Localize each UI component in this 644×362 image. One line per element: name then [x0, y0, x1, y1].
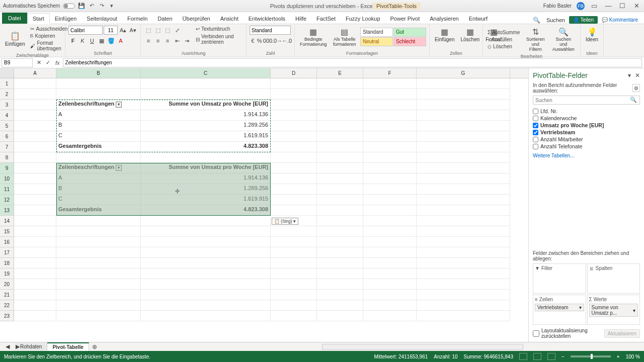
- align-right-icon[interactable]: ≡: [163, 36, 172, 45]
- cell[interactable]: B: [56, 184, 141, 195]
- indent-dec-icon[interactable]: ⇤: [173, 36, 182, 45]
- cell[interactable]: [363, 247, 417, 258]
- pivot-filter-icon[interactable]: ▾: [116, 165, 122, 171]
- fill-button[interactable]: ↓ Ausfüllen: [486, 36, 521, 43]
- cell[interactable]: [14, 237, 56, 247]
- cell[interactable]: [363, 216, 417, 226]
- row-header[interactable]: 3: [0, 100, 14, 110]
- cell[interactable]: [14, 279, 56, 290]
- insert-cells-button[interactable]: ▦Einfügen: [433, 26, 456, 43]
- align-middle-icon[interactable]: ⬚: [153, 26, 163, 35]
- row-header[interactable]: 23: [0, 311, 14, 321]
- cell[interactable]: [317, 268, 363, 279]
- underline-icon[interactable]: U: [88, 36, 97, 45]
- cell[interactable]: [417, 89, 510, 100]
- cell[interactable]: [417, 163, 510, 173]
- cell[interactable]: [14, 226, 56, 237]
- italic-icon[interactable]: K: [78, 36, 87, 45]
- row-header[interactable]: 9: [0, 163, 14, 173]
- align-center-icon[interactable]: ≡: [153, 36, 163, 45]
- tab-data[interactable]: Daten: [152, 14, 177, 24]
- cell[interactable]: [271, 142, 317, 152]
- wrap-text-button[interactable]: ↩ Textumbruch: [194, 26, 243, 32]
- cell[interactable]: [271, 226, 317, 237]
- cell[interactable]: [417, 184, 510, 195]
- cell[interactable]: [317, 205, 363, 216]
- orientation-icon[interactable]: ⤢: [173, 26, 182, 35]
- row-header[interactable]: 12: [0, 195, 14, 205]
- cell[interactable]: Zeilenbeschriftungen▾: [56, 163, 141, 173]
- cell[interactable]: [14, 121, 56, 131]
- cell[interactable]: [317, 247, 363, 258]
- cell[interactable]: [317, 258, 363, 268]
- share-button[interactable]: 👤 Teilen: [569, 16, 598, 24]
- cell[interactable]: [56, 152, 141, 163]
- fill-color-icon[interactable]: 🪣: [107, 36, 116, 45]
- find-select-button[interactable]: 🔍Suchen und Auswählen: [550, 26, 577, 53]
- cell[interactable]: [14, 247, 56, 258]
- search-icon[interactable]: 🔍: [533, 17, 540, 24]
- field-search-input[interactable]: [533, 96, 640, 105]
- comments-button[interactable]: 💬 Kommentare: [602, 17, 638, 23]
- row-header[interactable]: 4: [0, 110, 14, 121]
- user-name[interactable]: Fabio Basler: [543, 3, 572, 9]
- cell[interactable]: [363, 163, 417, 173]
- cell[interactable]: [14, 268, 56, 279]
- field-checkbox[interactable]: [533, 123, 538, 128]
- format-painter-button[interactable]: 🖌 Format übertragen: [29, 40, 69, 52]
- cell[interactable]: [363, 184, 417, 195]
- cell[interactable]: 1.289.256: [141, 184, 271, 195]
- cell[interactable]: [14, 110, 56, 121]
- cell[interactable]: [317, 121, 363, 131]
- cell[interactable]: [14, 311, 56, 321]
- cell[interactable]: [56, 247, 141, 258]
- cell[interactable]: [317, 237, 363, 247]
- col-header-g[interactable]: G: [417, 68, 510, 78]
- cell[interactable]: [14, 131, 56, 142]
- cell[interactable]: [363, 173, 417, 184]
- cell[interactable]: [271, 78, 317, 89]
- autosum-button[interactable]: Σ AutoSumme: [486, 29, 521, 36]
- tab-view[interactable]: Ansicht: [215, 14, 244, 24]
- row-field-pill[interactable]: Vertriebsteam▾: [535, 304, 584, 311]
- cell[interactable]: [14, 205, 56, 216]
- cell[interactable]: [271, 290, 317, 300]
- cell[interactable]: [14, 216, 56, 226]
- cell[interactable]: [141, 89, 271, 100]
- paste-options-tag[interactable]: 📋 (Strg) ▾: [272, 218, 298, 225]
- row-header[interactable]: 19: [0, 268, 14, 279]
- field-item[interactable]: Lfd. Nr.: [533, 108, 640, 115]
- cell[interactable]: [417, 152, 510, 163]
- cell[interactable]: [271, 184, 317, 195]
- font-name-input[interactable]: [68, 26, 103, 35]
- row-header[interactable]: 5: [0, 121, 14, 131]
- cell[interactable]: [271, 279, 317, 290]
- fx-icon[interactable]: fx: [52, 60, 63, 66]
- cell[interactable]: [363, 110, 417, 121]
- field-item[interactable]: Anzahl Telefonate: [533, 143, 640, 150]
- field-item[interactable]: Kalenderwoche: [533, 115, 640, 122]
- cancel-formula-icon[interactable]: ✕: [34, 58, 43, 67]
- cell[interactable]: [417, 142, 510, 152]
- cell[interactable]: 1.914.136: [141, 110, 271, 121]
- cell[interactable]: [56, 268, 141, 279]
- cell[interactable]: [14, 100, 56, 110]
- cell[interactable]: [417, 247, 510, 258]
- row-header[interactable]: 22: [0, 300, 14, 311]
- dec-decimal-icon[interactable]: ←.0: [282, 36, 291, 45]
- cell[interactable]: [141, 258, 271, 268]
- cell[interactable]: [14, 78, 56, 89]
- row-header[interactable]: 15: [0, 226, 14, 237]
- cell[interactable]: B: [56, 121, 141, 131]
- copy-button[interactable]: ⎘ Kopieren: [29, 33, 69, 39]
- area-values[interactable]: ΣWerte Summe von Umsatz p...▾: [587, 295, 640, 325]
- row-header[interactable]: 18: [0, 258, 14, 268]
- cell[interactable]: [417, 237, 510, 247]
- style-standard[interactable]: Standard: [360, 28, 393, 37]
- save-icon[interactable]: 💾: [78, 3, 85, 10]
- name-box[interactable]: [2, 58, 33, 67]
- cell[interactable]: [56, 311, 141, 321]
- cell[interactable]: 1.619.915: [141, 195, 271, 205]
- row-header[interactable]: 7: [0, 142, 14, 152]
- cell[interactable]: [56, 290, 141, 300]
